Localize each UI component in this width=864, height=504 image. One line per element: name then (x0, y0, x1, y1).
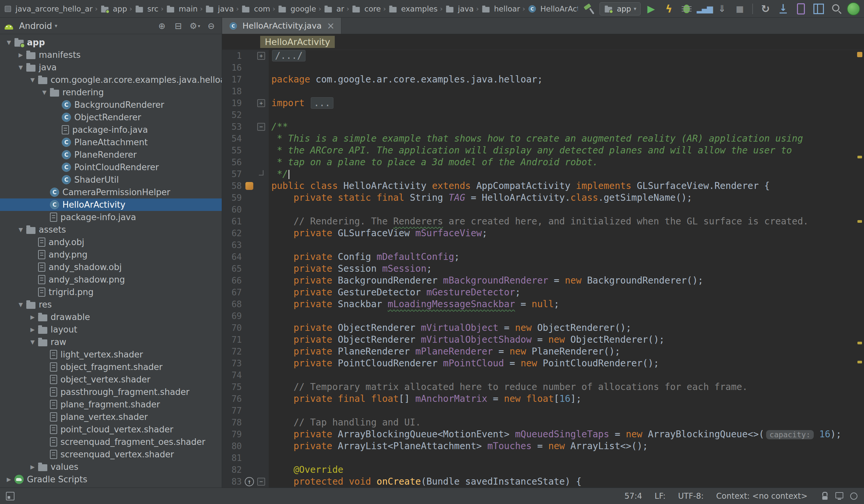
tree-item[interactable]: light_vertex.shader (0, 348, 222, 361)
expanded-arrow-icon[interactable]: ▼ (15, 301, 26, 308)
code-line[interactable]: 59 private static final String TAG = Hel… (222, 192, 855, 204)
code-line[interactable]: 72 private PlaneRenderer mPlaneRenderer … (222, 346, 855, 358)
tree-item[interactable]: andy.png (0, 248, 222, 261)
tree-item[interactable]: ▶values (0, 461, 222, 473)
run-icon[interactable] (644, 2, 658, 16)
tree-item[interactable]: object_vertex.shader (0, 373, 222, 386)
tree-item[interactable]: ▼rendering (0, 86, 222, 98)
breadcrumb-item[interactable]: java (445, 4, 474, 13)
expanded-arrow-icon[interactable]: ▼ (15, 226, 26, 233)
run-configuration-selector[interactable]: app▾ (600, 2, 640, 15)
breadcrumb-item[interactable]: helloar (481, 4, 520, 13)
code-line[interactable]: 83 protected void onCreate(Bundle savedI… (222, 476, 855, 488)
tree-item[interactable]: package-info.java (0, 211, 222, 224)
build-hammer-icon[interactable] (582, 2, 596, 16)
code-line[interactable]: 70 private ObjectRenderer mVirtualObject… (222, 322, 855, 334)
breadcrumb-item[interactable]: java_arcore_hello_ar (4, 4, 93, 13)
breadcrumb-item[interactable]: google (278, 4, 316, 13)
sync-project-icon[interactable] (758, 2, 773, 16)
collapsed-arrow-icon[interactable]: ▶ (15, 51, 26, 58)
collapse-all-icon[interactable] (172, 20, 184, 32)
collapsed-arrow-icon[interactable]: ▶ (27, 326, 38, 333)
code-line[interactable]: 69 (222, 310, 855, 322)
expanded-arrow-icon[interactable]: ▼ (3, 39, 14, 46)
breadcrumb-item[interactable]: HelloArActivity (528, 4, 578, 13)
progress-icon[interactable] (849, 491, 859, 501)
code-line[interactable]: 81 (222, 452, 855, 464)
tree-item[interactable]: PlaneRenderer (0, 148, 222, 161)
code-line[interactable]: 58public class HelloArActivity extends A… (222, 180, 855, 192)
tree-item[interactable]: ▼java (0, 61, 222, 74)
breadcrumb-item[interactable]: src (135, 4, 159, 13)
code-line[interactable]: 17package com.google.ar.core.examples.ja… (222, 74, 855, 85)
code-line[interactable]: 77 (222, 405, 855, 417)
tree-item[interactable]: screenquad_vertex.shader (0, 448, 222, 461)
fold-marker-plus[interactable] (255, 50, 267, 62)
fold-marker-minus[interactable] (255, 121, 267, 133)
warning-stripe-mark[interactable] (857, 220, 862, 223)
override-gutter-icon[interactable] (243, 476, 255, 488)
collapsed-arrow-icon[interactable]: ▶ (27, 314, 38, 320)
tree-item[interactable]: point_cloud_vertex.shader (0, 423, 222, 436)
collapsed-arrow-icon[interactable]: ▶ (3, 476, 14, 483)
profile-avatar-icon[interactable] (847, 2, 860, 15)
fold-marker-minus[interactable] (255, 476, 267, 488)
stop-icon[interactable] (733, 2, 747, 16)
code-line[interactable]: 74 (222, 369, 855, 381)
code-line[interactable]: 79 private ArrayBlockingQueue<MotionEven… (222, 429, 855, 440)
tree-item[interactable]: ▼raw (0, 336, 222, 348)
file-encoding-indicator[interactable]: UTF-8: (678, 492, 704, 501)
code-line[interactable]: 66 private BackgroundRenderer mBackgroun… (222, 275, 855, 287)
code-line[interactable]: 62 private GLSurfaceView mSurfaceView; (222, 227, 855, 239)
tree-item[interactable]: plane_vertex.shader (0, 411, 222, 423)
tree-item[interactable]: BackgroundRenderer (0, 98, 222, 111)
breadcrumb-item[interactable]: com (241, 4, 270, 13)
code-line[interactable]: 54 * This is a simple example that shows… (222, 133, 855, 145)
code-line[interactable]: 60 (222, 204, 855, 216)
collapsed-arrow-icon[interactable]: ▶ (27, 464, 38, 470)
code-line[interactable]: 18 (222, 85, 855, 97)
code-line[interactable]: 65 private Session mSession; (222, 263, 855, 275)
tree-item[interactable]: PlaneAttachment (0, 136, 222, 148)
caret-position[interactable]: 57:4 (624, 492, 642, 501)
tree-item[interactable]: ObjectRenderer (0, 111, 222, 123)
fold-marker-plus[interactable] (255, 97, 267, 109)
code-line[interactable]: 1/.../ (222, 50, 855, 62)
settings-gear-icon[interactable] (189, 20, 201, 32)
expanded-arrow-icon[interactable]: ▼ (27, 339, 38, 345)
tree-item[interactable]: ▶layout (0, 323, 222, 336)
layout-inspector-icon[interactable] (812, 2, 826, 16)
warning-stripe-mark[interactable] (857, 361, 862, 363)
tree-item[interactable]: trigrid.png (0, 286, 222, 298)
classmark-gutter-icon[interactable] (243, 180, 255, 192)
code-line[interactable]: 52 (222, 109, 855, 121)
expanded-arrow-icon[interactable]: ▼ (27, 76, 38, 83)
expanded-arrow-icon[interactable]: ▼ (39, 89, 50, 96)
error-stripe[interactable] (855, 50, 864, 488)
code-line[interactable]: 71 private ObjectRenderer mVirtualObject… (222, 334, 855, 346)
code-line[interactable]: 57 */ (222, 168, 855, 180)
code-line[interactable]: 56 * tap on a plane to place a 3d model … (222, 156, 855, 168)
tree-item[interactable]: HelloArActivity (0, 199, 222, 211)
apply-changes-icon[interactable] (662, 2, 676, 16)
search-everywhere-icon[interactable] (829, 2, 844, 16)
notifications-icon[interactable] (835, 491, 844, 501)
tree-item[interactable]: screenquad_fragment_oes.shader (0, 436, 222, 448)
code-line[interactable]: 80 private ArrayList<PlaneAttachment> mT… (222, 440, 855, 452)
tree-item[interactable]: plane_fragment.shader (0, 398, 222, 411)
hide-panel-icon[interactable] (205, 20, 217, 32)
code-line[interactable]: 61 // Rendering. The Renderers are creat… (222, 216, 855, 227)
code-line[interactable]: 82 @Override (222, 464, 855, 476)
code-line[interactable]: 73 private PointCloudRenderer mPointClou… (222, 358, 855, 369)
code-line[interactable]: 78 // Tap handling and UI. (222, 417, 855, 429)
close-icon[interactable]: × (327, 20, 334, 31)
locate-target-icon[interactable] (156, 20, 168, 32)
tree-item[interactable]: ▼res (0, 298, 222, 311)
tree-item[interactable]: ▼assets (0, 224, 222, 236)
tree-item[interactable]: PointCloudRenderer (0, 161, 222, 173)
device-manager-icon[interactable] (794, 2, 808, 16)
profiler-icon[interactable] (697, 2, 711, 16)
tree-item[interactable]: ShaderUtil (0, 173, 222, 186)
breadcrumb-item[interactable]: java (205, 4, 233, 13)
fold-marker-end[interactable] (255, 168, 267, 180)
